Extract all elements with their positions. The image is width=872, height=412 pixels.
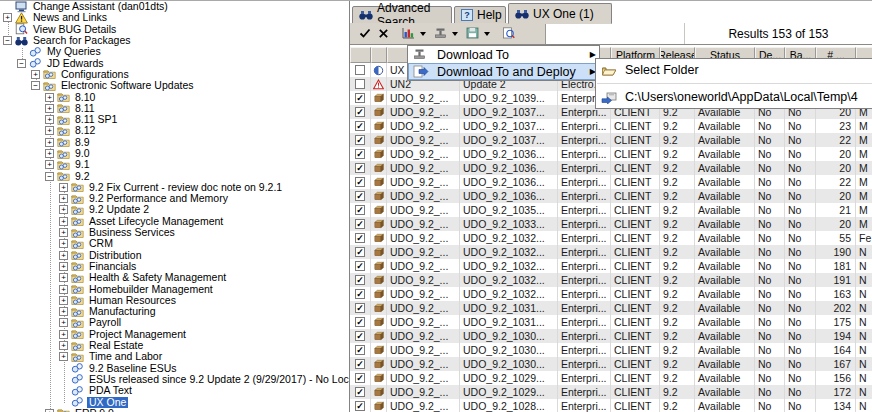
table-row[interactable]: ✓UDO_9.2_...UDO_9.2_1036...Enterpri...CL… — [350, 189, 872, 203]
table-row[interactable]: ✓UDO_9.2_...UDO_9.2_1033...Enterpri...CL… — [350, 217, 872, 231]
expand-handle[interactable]: + — [59, 307, 68, 316]
column-header[interactable] — [371, 47, 387, 63]
tree-item[interactable]: +Real Estate — [0, 340, 349, 351]
table-row[interactable]: ✓UDO_9.2_...UDO_9.2_1036...Enterpri...CL… — [350, 175, 872, 189]
expand-handle[interactable]: + — [59, 205, 68, 214]
chart-dropdown-arrow[interactable] — [420, 32, 426, 36]
row-checkbox[interactable]: ✓ — [355, 401, 365, 411]
expand-handle[interactable]: + — [45, 160, 54, 169]
row-checkbox[interactable] — [355, 79, 365, 89]
row-checkbox[interactable]: ✓ — [355, 233, 365, 243]
expand-handle[interactable]: + — [59, 239, 68, 248]
expand-handle[interactable]: + — [59, 273, 68, 282]
select-folder-menu-item[interactable]: Select Folder — [596, 59, 872, 81]
save-button[interactable] — [464, 25, 481, 42]
expand-handle[interactable]: + — [59, 318, 68, 327]
expand-handle[interactable]: + — [59, 341, 68, 350]
table-row[interactable]: ✓UDO_9.2_...UDO_9.2_1029...Enterpri...CL… — [350, 371, 872, 385]
table-row[interactable]: ✓UDO_9.2_...UDO_9.2_1030...Enterpri...CL… — [350, 329, 872, 343]
cancel-button[interactable] — [375, 25, 392, 42]
preview-button[interactable] — [500, 25, 517, 42]
expand-handle[interactable]: + — [3, 13, 12, 22]
row-checkbox[interactable]: ✓ — [355, 275, 365, 285]
row-checkbox[interactable]: ✓ — [355, 149, 365, 159]
expand-handle[interactable]: + — [31, 70, 40, 79]
row-checkbox[interactable]: ✓ — [355, 247, 365, 257]
table-row[interactable]: ✓UDO_9.2_...UDO_9.2_1032...Enterpri...CL… — [350, 287, 872, 301]
deploy-dropdown-arrow[interactable] — [452, 32, 458, 36]
row-checkbox[interactable]: ✓ — [355, 345, 365, 355]
tree-item[interactable]: +ERP 9.0 — [0, 408, 349, 412]
table-row[interactable]: ✓UDO_9.2_...UDO_9.2_1036...Enterpri...CL… — [350, 161, 872, 175]
tree-item[interactable]: +Business Services — [0, 227, 349, 238]
expand-handle[interactable]: + — [59, 228, 68, 237]
table-row[interactable]: ✓UDO_9.2_...UDO_9.2_1032...Enterpri...CL… — [350, 231, 872, 245]
tree-item[interactable]: +8.11 SP1 — [0, 114, 349, 125]
table-row[interactable]: ✓UDO_9.2_...UDO_9.2_1035...Enterpri...CL… — [350, 203, 872, 217]
table-row[interactable]: ✓UDO_9.2_...UDO_9.2_1037...Enterpri...CL… — [350, 119, 872, 133]
expand-handle[interactable]: + — [59, 352, 68, 361]
expand-handle[interactable]: + — [59, 285, 68, 294]
expand-handle[interactable]: + — [45, 149, 54, 158]
expand-handle[interactable]: + — [45, 115, 54, 124]
row-checkbox[interactable]: ✓ — [355, 303, 365, 313]
tree-item[interactable]: +CRM — [0, 238, 349, 249]
tree-item[interactable]: +8.11 — [0, 103, 349, 114]
tree-item[interactable]: +Project Management — [0, 329, 349, 340]
chart-button[interactable] — [400, 25, 417, 42]
table-row[interactable]: ✓UDO_9.2_...UDO_9.2_1037...Enterpri...CL… — [350, 133, 872, 147]
tree-item[interactable]: +9.2 Update 2 — [0, 204, 349, 215]
table-row[interactable]: ✓UDO_9.2_...UDO_9.2_1032...Enterpri...CL… — [350, 273, 872, 287]
recent-path-menu-item[interactable]: C:\Users\oneworld\AppData\Local\Temp\4 — [596, 86, 872, 108]
table-row[interactable]: ✓UDO_9.2_...UDO_9.2_1031...Enterpri...CL… — [350, 301, 872, 315]
tree-item[interactable]: ESUs released since 9.2 Update 2 (9/29/2… — [0, 374, 349, 385]
tree-item[interactable]: +9.2 Performance and Memory — [0, 193, 349, 204]
deploy-button[interactable] — [432, 25, 449, 42]
expand-handle[interactable]: + — [45, 138, 54, 147]
row-checkbox[interactable]: ✓ — [355, 261, 365, 271]
row-checkbox[interactable]: ✓ — [355, 219, 365, 229]
collapse-handle[interactable]: − — [17, 59, 26, 68]
row-checkbox[interactable]: ✓ — [355, 331, 365, 341]
collapse-handle[interactable]: − — [31, 81, 40, 90]
tree-item[interactable]: +8.10 — [0, 91, 349, 102]
tree-item[interactable]: +Human Resources — [0, 295, 349, 306]
row-checkbox[interactable]: ✓ — [355, 121, 365, 131]
row-checkbox[interactable]: ✓ — [355, 177, 365, 187]
tree-item[interactable]: −JD Edwards — [0, 57, 349, 68]
tree-item[interactable]: PDA Text — [0, 385, 349, 396]
tree-item[interactable]: +News and Links — [0, 12, 349, 23]
row-checkbox[interactable]: ✓ — [355, 205, 365, 215]
table-row[interactable]: ✓UDO_9.2_...UDO_9.2_1028...Enterpri...CL… — [350, 399, 872, 412]
tree-item[interactable]: +8.12 — [0, 125, 349, 136]
row-checkbox[interactable]: ✓ — [355, 387, 365, 397]
save-dropdown-arrow[interactable] — [484, 32, 490, 36]
row-checkbox[interactable]: ✓ — [355, 359, 365, 369]
tree-item[interactable]: +Health & Safety Management — [0, 272, 349, 283]
collapse-handle[interactable]: − — [45, 172, 54, 181]
row-checkbox[interactable]: ✓ — [355, 289, 365, 299]
expand-handle[interactable]: + — [45, 104, 54, 113]
expand-handle[interactable]: + — [59, 251, 68, 260]
expand-handle[interactable]: + — [59, 183, 68, 192]
tree-item[interactable]: My Queries — [0, 46, 349, 57]
row-checkbox[interactable]: ✓ — [355, 163, 365, 173]
expand-handle[interactable]: + — [59, 217, 68, 226]
tree-item[interactable]: +9.1 — [0, 159, 349, 170]
row-checkbox[interactable] — [355, 65, 365, 75]
row-checkbox[interactable]: ✓ — [355, 317, 365, 327]
row-checkbox[interactable]: ✓ — [355, 373, 365, 383]
table-row[interactable]: ✓UDO_9.2_...UDO_9.2_1032...Enterpri...CL… — [350, 245, 872, 259]
expand-handle[interactable]: + — [59, 330, 68, 339]
table-row[interactable]: ✓UDO_9.2_...UDO_9.2_1032...Enterpri...CL… — [350, 259, 872, 273]
row-checkbox[interactable]: ✓ — [355, 135, 365, 145]
tree-item[interactable]: +8.9 — [0, 137, 349, 148]
tab-advanced-search[interactable]: Advanced Search — [352, 6, 452, 24]
tree-item[interactable]: −Electronic Software Updates — [0, 80, 349, 91]
expand-handle[interactable]: + — [45, 126, 54, 135]
accept-button[interactable] — [356, 25, 373, 42]
menu-item[interactable]: Download To▶ — [408, 46, 599, 63]
table-row[interactable]: ✓UDO_9.2_...UDO_9.2_1031...Enterpri...CL… — [350, 315, 872, 329]
expand-handle[interactable]: + — [59, 194, 68, 203]
tree-item[interactable]: +Distribution — [0, 250, 349, 261]
